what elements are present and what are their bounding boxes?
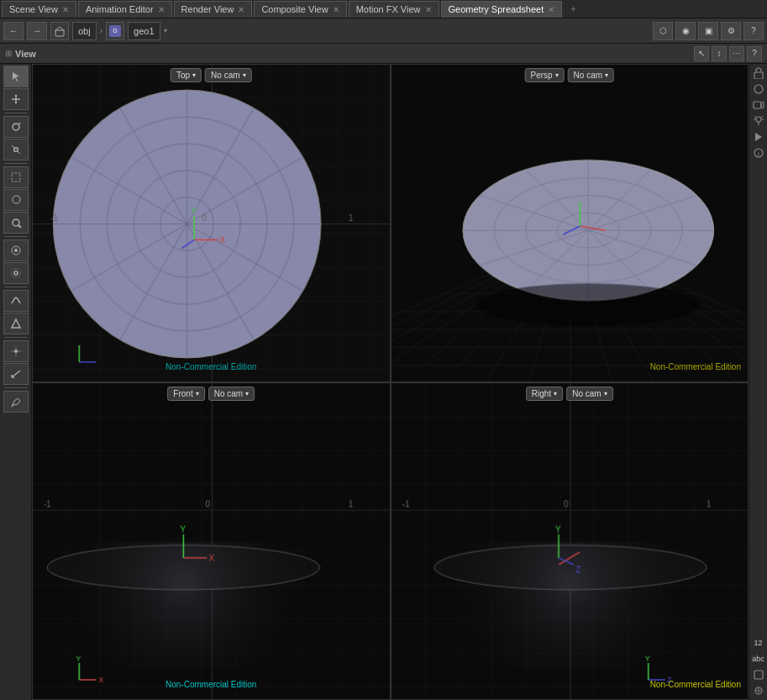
- forward-button[interactable]: →: [27, 22, 47, 40]
- tab-composite-view[interactable]: Composite View ✕: [254, 1, 346, 18]
- svg-point-11: [13, 219, 19, 226]
- svg-point-15: [12, 269, 20, 277]
- svg-marker-1: [13, 72, 19, 82]
- toolbar-divider-6: [4, 387, 28, 388]
- tab-add-button[interactable]: ＋: [564, 1, 583, 17]
- sculpt-tool[interactable]: [3, 290, 29, 312]
- path-geo[interactable]: geo1: [128, 22, 160, 40]
- path-obj[interactable]: obj: [72, 22, 97, 40]
- svg-marker-17: [12, 319, 20, 328]
- toolbar-divider-2: [4, 163, 28, 164]
- rt-camera-btn[interactable]: [751, 97, 766, 113]
- svg-rect-38: [754, 671, 763, 679]
- svg-rect-27: [754, 102, 761, 108]
- svg-text:i: i: [758, 150, 759, 158]
- view-header: ⊞ View ↖ ↕ ⋯ ?: [0, 44, 767, 64]
- view-transform-tool[interactable]: [3, 313, 29, 334]
- view-help-btn[interactable]: ?: [747, 46, 762, 61]
- path-dropdown[interactable]: ▾: [164, 27, 167, 34]
- viewport-persp-canvas: [391, 65, 749, 382]
- tab-motion-fx[interactable]: Motion FX View ✕: [349, 1, 439, 18]
- tab-geometry-spreadsheet[interactable]: Geometry Spreadsheet ✕: [441, 1, 563, 18]
- snap-tool[interactable]: [3, 239, 29, 261]
- view-title: View: [15, 49, 36, 59]
- svg-line-31: [754, 116, 756, 118]
- rt-display-btn[interactable]: [751, 82, 766, 97]
- viewport-top-canvas: [33, 65, 391, 382]
- rt-number-label: 12: [751, 635, 766, 650]
- rt-info-btn[interactable]: i: [751, 145, 766, 161]
- rt-light-btn[interactable]: [751, 113, 766, 129]
- rotate-tool[interactable]: [3, 116, 29, 138]
- toolbar-divider-5: [4, 337, 28, 338]
- select-tool[interactable]: [3, 66, 29, 87]
- svg-point-13: [14, 249, 18, 252]
- lasso-tool[interactable]: [3, 189, 29, 211]
- svg-marker-4: [14, 94, 17, 97]
- network-btn[interactable]: ⬡: [653, 22, 673, 40]
- viewport-area: Top No cam Non-Commercial Edition Persp …: [32, 64, 749, 700]
- viewport-top-label: Top No cam: [171, 68, 252, 82]
- rt-lock-btn[interactable]: [751, 66, 766, 81]
- display-btn[interactable]: ◉: [675, 22, 696, 40]
- scale-tool[interactable]: [3, 139, 29, 161]
- viewport-top[interactable]: Top No cam Non-Commercial Edition: [32, 64, 391, 382]
- viewport-top-mode-dropdown[interactable]: Top: [171, 68, 202, 82]
- home-icon[interactable]: [50, 22, 69, 40]
- rt-more-btn[interactable]: [751, 683, 766, 698]
- right-toolbar: i 12 abc: [749, 64, 767, 700]
- toolbar-divider-4: [4, 287, 28, 287]
- rt-extra-btn[interactable]: [751, 667, 766, 682]
- main-area: Top No cam Non-Commercial Edition Persp …: [0, 64, 767, 700]
- svg-line-24: [12, 405, 13, 407]
- view-options-btn[interactable]: ⋯: [729, 46, 744, 61]
- svg-rect-10: [12, 173, 20, 182]
- view-header-actions: ↖ ↕ ⋯ ?: [694, 46, 762, 61]
- viewport-right-camera-dropdown[interactable]: No cam: [566, 387, 612, 401]
- svg-point-6: [13, 124, 19, 130]
- viewport-persp-mode-dropdown[interactable]: Persp: [524, 68, 564, 82]
- tab-close-scene[interactable]: ✕: [62, 5, 69, 14]
- tab-animation-editor[interactable]: Animation Editor ✕: [78, 1, 172, 18]
- view-select-btn[interactable]: ↖: [694, 46, 709, 61]
- viewport-persp-camera-dropdown[interactable]: No cam: [568, 68, 614, 82]
- tab-render-view[interactable]: Render View ✕: [174, 1, 253, 18]
- render-btn[interactable]: ▣: [698, 22, 718, 40]
- soft-transform-tool[interactable]: [3, 262, 29, 284]
- path-separator: ›: [100, 26, 102, 35]
- viewport-right[interactable]: Right No cam Non-Commercial Edition: [391, 382, 749, 701]
- viewport-persp-label: Persp No cam: [524, 68, 614, 82]
- svg-marker-28: [761, 102, 764, 108]
- viewport-front-camera-dropdown[interactable]: No cam: [208, 387, 255, 401]
- svg-point-29: [756, 117, 761, 122]
- viewport-persp[interactable]: Persp No cam Non-Commercial Edition: [391, 64, 749, 382]
- tab-close-geometry[interactable]: ✕: [548, 5, 554, 14]
- toolbar-divider-3: [4, 236, 28, 237]
- box-select-tool[interactable]: [3, 166, 29, 188]
- pivot-tool[interactable]: [3, 340, 29, 362]
- viewport-front-mode-dropdown[interactable]: Front: [167, 387, 204, 401]
- back-button[interactable]: ←: [3, 22, 24, 40]
- settings-btn[interactable]: ⚙: [721, 22, 741, 40]
- paint-select-tool[interactable]: [3, 212, 29, 234]
- tab-close-motionfx[interactable]: ✕: [425, 5, 432, 14]
- annotate-tool[interactable]: [3, 391, 29, 413]
- rt-abc-label: abc: [751, 651, 766, 666]
- toolbar-divider-1: [4, 113, 28, 113]
- viewport-right-mode-dropdown[interactable]: Right: [526, 387, 563, 401]
- help-btn[interactable]: ?: [743, 22, 764, 40]
- viewport-front[interactable]: Front No cam Non-Commercial Edition: [32, 382, 391, 701]
- tab-close-animation[interactable]: ✕: [158, 5, 165, 14]
- rt-render-btn[interactable]: [751, 129, 766, 145]
- transform-tool[interactable]: [3, 88, 29, 110]
- viewport-right-label: Right No cam: [526, 387, 613, 401]
- svg-line-8: [12, 145, 14, 148]
- viewport-top-camera-dropdown[interactable]: No cam: [205, 68, 251, 82]
- tab-close-render[interactable]: ✕: [238, 5, 244, 14]
- tab-scene-view[interactable]: Scene View ✕: [2, 1, 76, 18]
- svg-line-32: [761, 116, 763, 118]
- viewport-front-label: Front No cam: [167, 387, 255, 401]
- tab-close-composite[interactable]: ✕: [333, 5, 339, 14]
- view-transform-btn[interactable]: ↕: [712, 46, 727, 61]
- measure-tool[interactable]: [3, 363, 29, 385]
